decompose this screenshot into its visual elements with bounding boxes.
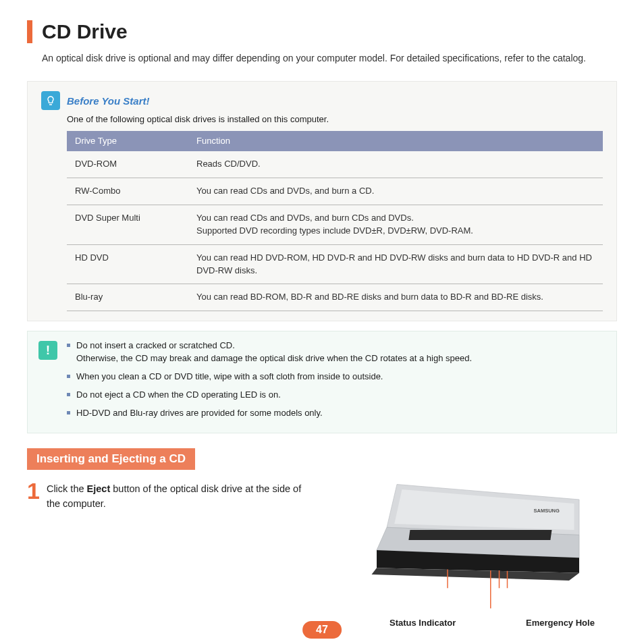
page-number: 47 <box>302 621 342 639</box>
list-item: Do not insert a cracked or scratched CD.… <box>67 340 472 365</box>
page-title: CD Drive <box>42 20 128 43</box>
label-status-indicator: Status Indicator <box>390 618 456 628</box>
before-you-start-box: Before You Start! One of the following o… <box>27 81 617 321</box>
title-accent-bar <box>27 20 32 43</box>
cell-type: RW-Combo <box>67 178 188 205</box>
drive-table: Drive Type Function DVD-ROM Reads CD/DVD… <box>67 131 603 311</box>
laptop-illustration: SAMSUNG Status Indicator Emergency Hole … <box>329 479 617 644</box>
cell-type: DVD-ROM <box>67 151 188 178</box>
table-row: Blu-ray You can read BD-ROM, BD-R and BD… <box>67 284 603 311</box>
exclamation-icon: ! <box>38 341 57 360</box>
tip-header: Before You Start! <box>41 91 603 110</box>
step-number: 1 <box>27 479 40 502</box>
list-item: Do not eject a CD when the CD operating … <box>67 389 472 402</box>
cell-type: Blu-ray <box>67 284 188 311</box>
cell-func: You can read BD-ROM, BD-R and BD-RE disk… <box>188 284 603 311</box>
laptop-image: SAMSUNG <box>329 479 617 621</box>
cell-type: HD DVD <box>67 244 188 284</box>
list-item: When you clean a CD or DVD title, wipe w… <box>67 371 472 383</box>
laptop-svg: SAMSUNG <box>329 479 617 621</box>
caution-list: Do not insert a cracked or scratched CD.… <box>67 340 472 425</box>
tip-title: Before You Start! <box>67 95 150 107</box>
table-row: DVD-ROM Reads CD/DVD. <box>67 151 603 178</box>
brand-label: SAMSUNG <box>534 508 560 514</box>
page-title-row: CD Drive <box>27 20 617 43</box>
label-emergency-hole: Emergency Hole <box>526 618 595 628</box>
intro-text: An optical disk drive is optional and ma… <box>42 51 617 65</box>
tip-subtitle: One of the following optical disk drives… <box>67 114 603 124</box>
svg-rect-3 <box>408 530 552 540</box>
caution-box: ! Do not insert a cracked or scratched C… <box>27 331 617 433</box>
cell-type: DVD Super Multi <box>67 205 188 244</box>
table-header-function: Function <box>188 131 603 151</box>
left-column: 1 Click the Eject button of the optical … <box>27 479 315 644</box>
step-pre: Click the <box>47 483 87 494</box>
table-header-type: Drive Type <box>67 131 188 151</box>
cell-func: Reads CD/DVD. <box>188 151 603 178</box>
section-title: Inserting and Ejecting a CD <box>27 448 195 470</box>
list-item: HD-DVD and Blu-ray drives are provided f… <box>67 407 472 420</box>
cell-func: You can read HD DVD-ROM, HD DVD-R and HD… <box>188 244 603 284</box>
cell-func: You can read CDs and DVDs, and burn CDs … <box>188 205 603 244</box>
cell-func: You can read CDs and DVDs, and burn a CD… <box>188 178 603 205</box>
table-row: DVD Super Multi You can read CDs and DVD… <box>67 205 603 244</box>
lightbulb-icon <box>41 91 60 110</box>
step-text: Click the Eject button of the optical di… <box>47 479 315 512</box>
step-bold: Eject <box>87 483 111 494</box>
table-row: HD DVD You can read HD DVD-ROM, HD DVD-R… <box>67 244 603 284</box>
step-1: 1 Click the Eject button of the optical … <box>27 479 315 512</box>
table-row: RW-Combo You can read CDs and DVDs, and … <box>67 178 603 205</box>
content-columns: 1 Click the Eject button of the optical … <box>27 479 617 644</box>
